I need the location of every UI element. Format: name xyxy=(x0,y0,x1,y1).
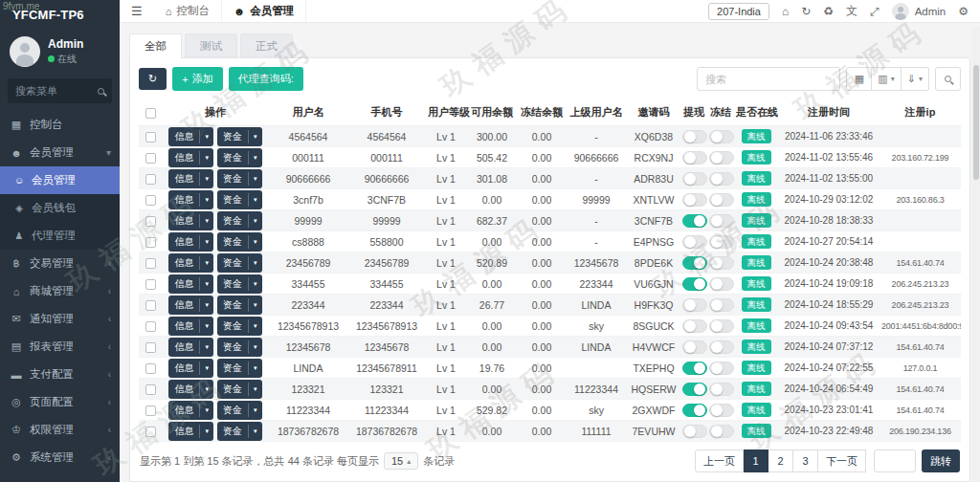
row-checkbox[interactable] xyxy=(145,342,156,353)
row-checkbox[interactable] xyxy=(145,258,156,269)
vertical-scrollbar[interactable] xyxy=(972,27,980,482)
freeze-toggle[interactable] xyxy=(709,214,734,228)
sidebar-item-权限管理[interactable]: ♔权限管理‹ xyxy=(0,416,120,444)
funds-button[interactable]: 资金▾ xyxy=(217,211,262,230)
info-button[interactable]: 信息▾ xyxy=(168,317,213,336)
sidebar-subitem-会员管理[interactable]: ☺会员管理 xyxy=(0,166,120,194)
page-button-下一页[interactable]: 下一页 xyxy=(818,449,866,472)
sidebar-item-控制台[interactable]: ▦控制台 xyxy=(0,111,120,139)
topbar-user-menu[interactable]: Admin xyxy=(892,3,947,20)
freeze-toggle[interactable] xyxy=(709,340,734,354)
withdraw-toggle[interactable] xyxy=(682,214,707,228)
info-button[interactable]: 信息▾ xyxy=(168,401,213,420)
freeze-toggle[interactable] xyxy=(709,362,734,375)
funds-button[interactable]: 资金▾ xyxy=(217,127,262,146)
refresh-icon[interactable]: ↻ xyxy=(801,5,811,18)
info-button[interactable]: 信息▾ xyxy=(168,169,213,188)
freeze-toggle[interactable] xyxy=(709,130,734,143)
withdraw-toggle[interactable] xyxy=(682,130,707,143)
sidebar-item-会员管理[interactable]: ☻会员管理▾ xyxy=(0,139,120,166)
row-checkbox[interactable] xyxy=(145,216,156,227)
tab-测试[interactable]: 测试 xyxy=(185,33,237,58)
freeze-toggle[interactable] xyxy=(709,425,734,438)
row-checkbox[interactable] xyxy=(145,132,156,142)
withdraw-toggle[interactable] xyxy=(682,277,707,291)
row-checkbox[interactable] xyxy=(145,300,156,311)
scrollbar-thumb[interactable] xyxy=(973,65,979,180)
select-all-checkbox[interactable] xyxy=(145,108,156,119)
row-checkbox[interactable] xyxy=(145,427,156,437)
withdraw-toggle[interactable] xyxy=(682,235,707,249)
freeze-toggle[interactable] xyxy=(709,172,734,186)
withdraw-toggle[interactable] xyxy=(682,362,707,375)
funds-button[interactable]: 资金▾ xyxy=(217,296,262,315)
info-button[interactable]: 信息▾ xyxy=(168,359,213,378)
funds-button[interactable]: 资金▾ xyxy=(217,380,262,399)
info-button[interactable]: 信息▾ xyxy=(168,148,213,167)
info-button[interactable]: 信息▾ xyxy=(168,232,213,252)
freeze-toggle[interactable] xyxy=(709,404,734,417)
funds-button[interactable]: 资金▾ xyxy=(217,338,262,357)
sidebar-item-报表管理[interactable]: ▤报表管理‹ xyxy=(0,333,120,361)
info-button[interactable]: 信息▾ xyxy=(168,274,213,294)
withdraw-toggle[interactable] xyxy=(682,425,707,438)
freeze-toggle[interactable] xyxy=(709,256,734,270)
page-jump-input[interactable] xyxy=(874,449,916,472)
refresh-button[interactable]: ↻ xyxy=(139,68,167,90)
search-toggle-button[interactable] xyxy=(935,67,961,91)
info-button[interactable]: 信息▾ xyxy=(168,338,213,357)
info-button[interactable]: 信息▾ xyxy=(168,190,213,209)
funds-button[interactable]: 资金▾ xyxy=(217,148,262,167)
sidebar-item-支付配置[interactable]: ▬支付配置‹ xyxy=(0,361,120,388)
funds-button[interactable]: 资金▾ xyxy=(217,422,262,441)
region-select[interactable]: 207-India xyxy=(708,3,769,20)
sidebar-item-交易管理[interactable]: ฿交易管理‹ xyxy=(0,250,120,277)
add-member-button[interactable]: +添加 xyxy=(172,67,222,91)
sidebar-subitem-会员钱包[interactable]: ◈会员钱包 xyxy=(0,194,120,222)
freeze-toggle[interactable] xyxy=(709,151,734,164)
home-icon[interactable]: ⌂ xyxy=(782,5,789,18)
info-button[interactable]: 信息▾ xyxy=(168,253,213,273)
info-button[interactable]: 信息▾ xyxy=(168,380,213,399)
sidebar-item-通知管理[interactable]: ✉通知管理‹ xyxy=(0,305,120,333)
agent-query-code-button[interactable]: 代理查询码: xyxy=(229,67,303,91)
withdraw-toggle[interactable] xyxy=(682,256,707,270)
settings-cogs-icon[interactable]: ⚙ xyxy=(958,5,969,18)
tab-全部[interactable]: 全部 xyxy=(129,33,182,58)
clear-cache-icon[interactable]: ♻ xyxy=(823,5,834,18)
withdraw-toggle[interactable] xyxy=(682,193,707,207)
row-checkbox[interactable] xyxy=(145,279,156,290)
funds-button[interactable]: 资金▾ xyxy=(217,253,262,273)
info-button[interactable]: 信息▾ xyxy=(168,127,213,146)
page-button-3[interactable]: 3 xyxy=(793,449,818,472)
topbar-tab-members[interactable]: ☻ 会员管理 xyxy=(222,0,306,22)
page-size-select[interactable]: 15▴ xyxy=(384,452,418,470)
row-checkbox[interactable] xyxy=(145,384,156,395)
sidebar-subitem-代理管理[interactable]: ♟代理管理 xyxy=(0,222,120,250)
row-checkbox[interactable] xyxy=(145,237,156,248)
row-checkbox[interactable] xyxy=(145,321,156,332)
info-button[interactable]: 信息▾ xyxy=(168,422,213,441)
info-button[interactable]: 信息▾ xyxy=(168,296,213,315)
info-button[interactable]: 信息▾ xyxy=(168,211,213,230)
sidebar-item-商城管理[interactable]: ⌂商城管理‹ xyxy=(0,277,120,305)
withdraw-toggle[interactable] xyxy=(682,383,707,396)
row-checkbox[interactable] xyxy=(145,174,156,185)
user-avatar[interactable] xyxy=(10,36,40,67)
row-checkbox[interactable] xyxy=(145,363,156,374)
row-checkbox[interactable] xyxy=(145,153,156,164)
columns-button[interactable]: ▥▾ xyxy=(872,67,901,91)
sidebar-item-页面配置[interactable]: ◎页面配置‹ xyxy=(0,388,120,416)
withdraw-toggle[interactable] xyxy=(682,298,707,312)
tab-正式[interactable]: 正式 xyxy=(240,33,293,58)
withdraw-toggle[interactable] xyxy=(682,172,707,186)
fullscreen-icon[interactable]: ⤢ xyxy=(870,5,880,18)
page-button-1[interactable]: 1 xyxy=(744,449,768,472)
funds-button[interactable]: 资金▾ xyxy=(217,274,262,294)
page-jump-button[interactable]: 跳转 xyxy=(922,449,960,472)
freeze-toggle[interactable] xyxy=(709,298,734,312)
page-button-2[interactable]: 2 xyxy=(768,449,793,472)
sidebar-search-input[interactable] xyxy=(15,85,98,97)
funds-button[interactable]: 资金▾ xyxy=(217,317,262,336)
topbar-tab-dashboard[interactable]: ⌂ 控制台 xyxy=(154,0,222,22)
